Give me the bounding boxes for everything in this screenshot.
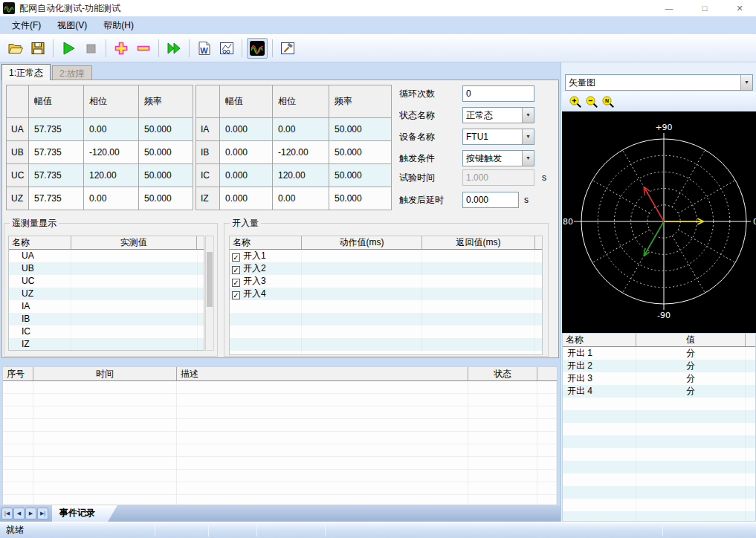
telemetry-row-UB[interactable]: UB <box>9 262 204 275</box>
maximize-button[interactable]: □ <box>691 0 718 16</box>
action-value-cell <box>302 300 422 313</box>
first-record-icon[interactable]: |◀ <box>1 508 13 519</box>
remove-state-icon[interactable] <box>133 38 154 59</box>
frequency-cell[interactable]: 50.000 <box>139 118 193 141</box>
zoom-in-icon[interactable] <box>567 94 584 109</box>
digital-input-row-开入2: ✓开入2 <box>230 262 542 275</box>
start-test-icon[interactable] <box>58 38 79 59</box>
signal-row-UA: UA57.7350.0050.000 <box>7 118 193 141</box>
telemetry-row-IB[interactable]: IB <box>9 313 204 325</box>
input-checkbox[interactable]: ✓ <box>232 291 240 299</box>
event-column-header[interactable]: 时间 <box>33 367 177 380</box>
amplitude-cell[interactable]: 0.000 <box>220 141 273 164</box>
amplitude-cell[interactable]: 57.735 <box>29 164 84 187</box>
scrollbar-thumb[interactable] <box>207 252 213 307</box>
device-name-select[interactable]: FTU1 ▼ <box>462 129 534 145</box>
event-column-header[interactable]: 状态 <box>468 367 537 380</box>
waveform-icon[interactable] <box>247 38 268 59</box>
zoom-reset-icon[interactable]: N <box>600 94 616 109</box>
save-file-icon[interactable] <box>28 38 48 59</box>
trigger-condition-value: 按键触发 <box>466 151 502 166</box>
app-icon <box>3 2 15 14</box>
last-record-icon[interactable]: ▶| <box>37 508 48 519</box>
run-all-icon[interactable] <box>164 38 184 59</box>
telemetry-row-IZ[interactable]: IZ <box>9 338 204 351</box>
telemetry-row-IC[interactable]: IC <box>9 325 204 338</box>
stop-test-icon[interactable] <box>80 38 101 59</box>
frequency-cell[interactable]: 50.000 <box>329 141 392 164</box>
dropdown-arrow-icon[interactable]: ▼ <box>522 129 534 144</box>
menu-help[interactable]: 帮助(H) <box>95 16 142 34</box>
zoom-toolbar: N <box>562 92 756 111</box>
word-report-icon[interactable]: W <box>194 38 215 59</box>
phase-cell[interactable]: -120.00 <box>273 141 329 164</box>
zoom-out-icon[interactable] <box>584 94 600 109</box>
phase-cell[interactable]: 0.00 <box>273 187 329 210</box>
phase-cell[interactable]: 0.00 <box>84 187 139 210</box>
menu-file[interactable]: 文件(F) <box>4 16 49 34</box>
close-button[interactable]: ✕ <box>726 0 753 16</box>
minimize-button[interactable]: — <box>656 0 682 16</box>
tab-event-record[interactable]: 事件记录 <box>52 505 117 522</box>
output-name-cell <box>563 499 636 511</box>
post-trigger-delay-input[interactable] <box>462 192 519 208</box>
dropdown-arrow-icon[interactable]: ▼ <box>522 151 534 166</box>
input-checkbox[interactable]: ✓ <box>232 253 240 262</box>
telemetry-scrollbar[interactable] <box>205 236 214 351</box>
event-row <box>3 381 557 394</box>
frequency-cell[interactable]: 50.000 <box>139 187 193 210</box>
phase-cell[interactable]: -120.00 <box>84 141 139 164</box>
data-view-icon[interactable] <box>216 38 237 59</box>
input-checkbox[interactable]: ✓ <box>232 266 240 274</box>
tab-fault[interactable]: 2:故障 <box>52 65 92 80</box>
amplitude-cell[interactable]: 57.735 <box>29 141 84 164</box>
action-value-cell <box>302 250 422 262</box>
menu-view[interactable]: 视图(V) <box>49 16 95 34</box>
output-name-cell <box>563 448 636 461</box>
dropdown-arrow-icon[interactable]: ▼ <box>740 75 752 90</box>
amplitude-cell[interactable]: 57.735 <box>29 118 84 141</box>
loop-count-input[interactable] <box>462 85 534 102</box>
prev-record-icon[interactable]: ◀ <box>13 508 25 519</box>
open-file-icon[interactable] <box>5 38 26 59</box>
frequency-cell[interactable]: 50.000 <box>139 141 193 164</box>
action-value-cell <box>302 275 422 288</box>
event-column-header[interactable]: 描述 <box>177 367 468 380</box>
telemetry-row-IA[interactable]: IA <box>9 300 204 313</box>
frequency-cell[interactable]: 50.000 <box>329 187 392 210</box>
event-column-header[interactable]: 序号 <box>3 367 33 380</box>
dropdown-arrow-icon[interactable]: ▼ <box>522 108 534 123</box>
digital-output-row-2: 开出 2分 <box>563 360 755 372</box>
view-select[interactable]: 矢量图 ▼ <box>565 74 753 91</box>
amplitude-cell[interactable]: 0.000 <box>220 187 273 210</box>
phase-cell[interactable]: 120.00 <box>84 164 139 187</box>
phase-cell[interactable]: 0.00 <box>84 118 139 141</box>
frequency-cell[interactable]: 50.000 <box>139 164 193 187</box>
view-select-value: 矢量图 <box>569 75 595 90</box>
amplitude-cell[interactable]: 0.000 <box>220 164 273 187</box>
state-name-select[interactable]: 正常态 ▼ <box>462 107 534 123</box>
frequency-cell[interactable]: 50.000 <box>329 118 392 141</box>
add-state-icon[interactable] <box>111 38 132 59</box>
status-text: 就绪 <box>6 522 24 538</box>
telemetry-row-UA[interactable]: UA <box>9 250 204 262</box>
empty-row <box>230 313 542 325</box>
phase-cell[interactable]: 0.00 <box>273 118 329 141</box>
input-checkbox[interactable]: ✓ <box>232 279 240 287</box>
amplitude-cell[interactable]: 0.000 <box>220 118 273 141</box>
telemetry-row-UC[interactable]: UC <box>9 275 204 288</box>
amplitude-cell[interactable]: 57.735 <box>29 187 84 210</box>
header-row: 幅值相位频率 <box>196 85 392 118</box>
empty-row <box>563 423 755 435</box>
frequency-cell[interactable]: 50.000 <box>329 164 392 187</box>
test-time-label: 试验时间 <box>399 169 435 186</box>
tool-icon[interactable] <box>277 38 298 59</box>
phase-cell[interactable]: 120.00 <box>273 164 329 187</box>
digital-output-row-4: 开出 4分 <box>563 385 755 398</box>
telemetry-row-UZ[interactable]: UZ <box>9 288 204 300</box>
trigger-condition-select[interactable]: 按键触发 ▼ <box>462 150 534 166</box>
digital-input-group-title: 开入量 <box>230 218 261 228</box>
output-name-cell <box>563 410 636 423</box>
next-record-icon[interactable]: ▶ <box>25 508 36 519</box>
tab-normal-state[interactable]: 1:正常态 <box>1 64 51 80</box>
